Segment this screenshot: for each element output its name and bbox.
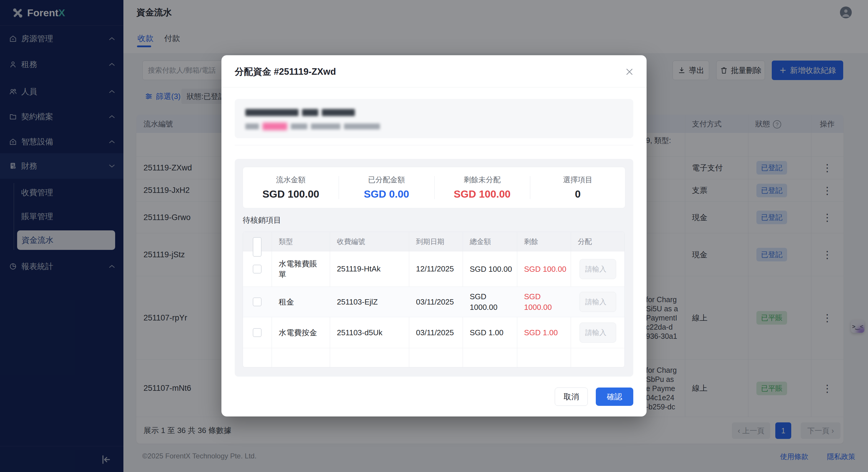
stats-card: 流水金額 SGD 100.00 已分配金額 SGD 0.00 剩餘未分配 SGD…: [243, 167, 625, 208]
col-total: 總金額: [470, 232, 491, 252]
type-cell: 租金: [279, 287, 321, 317]
row-checkbox[interactable]: [253, 265, 261, 273]
total-cell: SGD 100.00: [470, 252, 514, 287]
stat-label: 流水金額: [243, 175, 339, 185]
remaining-cell: SGD 1000.00: [524, 287, 568, 317]
allocate-funds-modal: 分配資金 #251119-ZXwd 流水金額 SGD 100.00 已分配金額 …: [221, 55, 647, 416]
col-due-date: 到期日期: [416, 232, 444, 252]
col-type: 類型: [279, 232, 293, 252]
remaining-cell: SGD 1.00: [524, 317, 568, 348]
app-root: ForentX 房源管理 租務 人員 契約檔案 智慧設備 $: [0, 0, 868, 472]
code-cell: 251103-EjlZ: [337, 287, 378, 317]
total-cell: SGD 1000.00: [470, 287, 514, 317]
col-charge-code: 收費編號: [337, 232, 365, 252]
row-checkbox[interactable]: [253, 328, 261, 337]
code-cell: 251119-HtAk: [337, 252, 380, 287]
stat-label: 已分配金額: [339, 175, 434, 185]
due-cell: 03/11/2025: [416, 287, 454, 317]
row-checkbox[interactable]: [253, 297, 261, 306]
type-cell: 水電雜費賬單: [279, 252, 321, 287]
close-icon[interactable]: [624, 66, 635, 77]
pending-row: 租金 251103-EjlZ 03/11/2025 SGD 1000.00 SG…: [243, 287, 624, 317]
total-cell: SGD 1.00: [470, 317, 514, 348]
pending-row: 水電雜費賬單 251119-HtAk 12/11/2025 SGD 100.00…: [243, 252, 624, 287]
stat-divider: [339, 176, 339, 199]
modal-title: 分配資金 #251119-ZXwd: [235, 63, 336, 80]
stat-selected-count: 選擇項目 0: [530, 167, 626, 208]
remaining-cell: SGD 100.00: [524, 252, 568, 287]
confirm-button[interactable]: 確認: [596, 387, 633, 406]
stat-label: 選擇項目: [530, 175, 626, 185]
redacted-info-line-1: [245, 109, 359, 116]
cancel-button[interactable]: 取消: [555, 387, 588, 406]
stat-value: SGD 100.00: [434, 188, 530, 200]
transaction-info-box: [235, 99, 633, 138]
redacted-info-line-2: [245, 123, 383, 130]
allocation-panel: 流水金額 SGD 100.00 已分配金額 SGD 0.00 剩餘未分配 SGD…: [235, 159, 633, 377]
pending-table-header: 類型 收費編號 到期日期 總金額 剩餘 分配: [243, 232, 624, 252]
col-allocate: 分配: [578, 232, 592, 252]
stat-value: SGD 100.00: [243, 188, 339, 200]
allocate-input[interactable]: [580, 323, 616, 343]
pending-items-title: 待核銷項目: [243, 215, 281, 225]
pending-items-table: 類型 收費編號 到期日期 總金額 剩餘 分配 水電雜費賬單 251119-HtA…: [243, 232, 625, 367]
stat-label: 剩餘未分配: [434, 175, 530, 185]
allocate-input[interactable]: [580, 259, 616, 279]
col-remaining: 剩餘: [524, 232, 538, 252]
due-cell: 03/11/2025: [416, 317, 454, 348]
stat-unallocated: 剩餘未分配 SGD 100.00: [434, 167, 530, 208]
stat-value: SGD 0.00: [339, 188, 434, 200]
code-cell: 251103-d5Uk: [337, 317, 382, 348]
modal-header-divider: [221, 87, 647, 87]
due-cell: 12/11/2025: [416, 252, 454, 287]
stat-flow-amount: 流水金額 SGD 100.00: [243, 167, 339, 208]
stat-divider: [530, 176, 530, 199]
type-cell: 水電費按金: [279, 317, 321, 348]
stat-divider: [434, 176, 435, 199]
pending-row: 水電費按金 251103-d5Uk 03/11/2025 SGD 1.00 SG…: [243, 317, 624, 348]
modal-section-divider: [235, 145, 633, 145]
stat-value: 0: [530, 188, 626, 200]
stat-allocated: 已分配金額 SGD 0.00: [339, 167, 434, 208]
allocate-input[interactable]: [580, 292, 616, 312]
